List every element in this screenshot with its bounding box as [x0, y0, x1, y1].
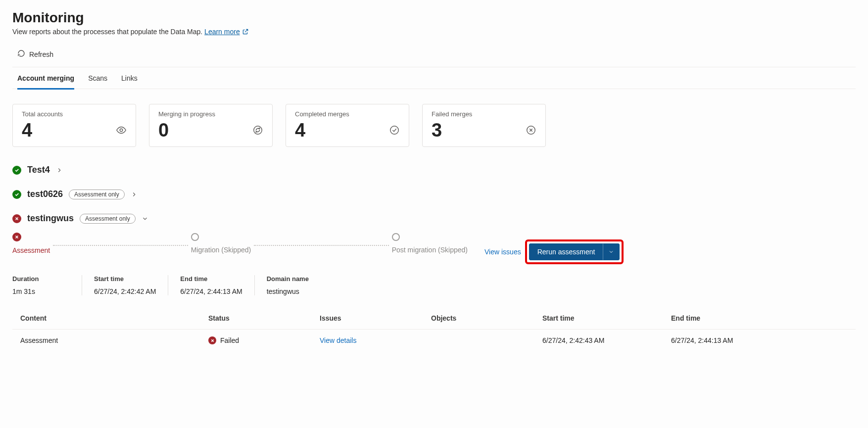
metric-card-total-accounts[interactable]: Total accounts 4 [12, 104, 136, 147]
metric-label: Completed merges [295, 110, 400, 118]
meta-duration: Duration 1m 31s [12, 275, 82, 295]
step-post-migration: Post migration (Skipped) [392, 233, 468, 254]
svg-point-0 [120, 129, 123, 132]
tab-links[interactable]: Links [121, 67, 138, 89]
svg-point-1 [254, 126, 262, 135]
meta-row: Duration 1m 31s Start time 6/27/24, 2:42… [12, 275, 856, 295]
meta-domain-name: Domain name testingwus [254, 275, 324, 295]
learn-more-link[interactable]: Learn more [204, 28, 249, 36]
metric-value: 0 [158, 121, 169, 140]
metric-label: Failed merges [432, 110, 536, 118]
col-end: End time [671, 314, 848, 322]
meta-label: End time [180, 275, 242, 283]
col-issues: Issues [320, 314, 431, 322]
col-start: Start time [542, 314, 671, 322]
tab-account-merging[interactable]: Account merging [17, 67, 74, 89]
svg-point-2 [390, 126, 399, 135]
cell-content: Assessment [20, 336, 208, 344]
x-circle-icon [526, 125, 536, 136]
account-row-test0626[interactable]: test0626 Assessment only [12, 182, 856, 206]
status-success-icon [12, 190, 21, 199]
sync-icon [252, 125, 263, 136]
cell-status: Failed [208, 336, 320, 344]
status-error-icon [208, 336, 216, 344]
metric-value: 4 [295, 121, 305, 140]
table-header: Content Status Issues Objects Start time… [12, 307, 856, 330]
step-pending-icon [191, 233, 199, 241]
chevron-right-icon [56, 167, 63, 174]
meta-value: testingwus [267, 287, 312, 295]
progress-track: Assessment Migration (Skipped) Post migr… [12, 233, 468, 254]
metric-value: 3 [432, 121, 442, 140]
step-pending-icon [392, 233, 400, 241]
tab-scans[interactable]: Scans [88, 67, 107, 89]
col-objects: Objects [431, 314, 542, 322]
step-label: Migration (Skipped) [191, 246, 251, 254]
page-title: Monitoring [12, 10, 856, 26]
step-connector [254, 245, 389, 246]
step-connector [53, 245, 188, 246]
refresh-button[interactable]: Refresh [12, 47, 58, 62]
rerun-assessment-split-button: Rerun assessment [529, 243, 620, 260]
metric-card-failed-merges[interactable]: Failed merges 3 [422, 104, 546, 147]
refresh-icon [17, 49, 25, 59]
tabs: Account merging Scans Links [12, 67, 856, 89]
chevron-down-icon [608, 249, 614, 255]
metric-label: Total accounts [22, 110, 127, 118]
meta-label: Duration [12, 275, 70, 283]
account-name: testingwus [27, 213, 74, 224]
chevron-down-icon [142, 215, 148, 222]
step-label: Assessment [12, 246, 50, 254]
check-circle-icon [389, 125, 400, 136]
account-expanded-detail: Assessment Migration (Skipped) Post migr… [12, 233, 856, 351]
metrics-row: Total accounts 4 Merging in progress 0 [12, 104, 856, 147]
meta-start-time: Start time 6/27/24, 2:42:42 AM [82, 275, 168, 295]
toolbar: Refresh [12, 47, 856, 67]
progress-row: Assessment Migration (Skipped) Post migr… [12, 233, 856, 264]
meta-value: 1m 31s [12, 287, 70, 295]
metric-value: 4 [22, 121, 32, 140]
metric-label: Merging in progress [158, 110, 263, 118]
status-error-icon [12, 214, 21, 223]
account-name: test0626 [27, 189, 63, 199]
table-row: Assessment Failed View details 6/27/24, … [12, 330, 856, 351]
step-migration: Migration (Skipped) [191, 233, 251, 254]
meta-value: 6/27/24, 2:42:42 AM [94, 287, 156, 295]
view-issues-link[interactable]: View issues [484, 248, 521, 256]
rerun-assessment-button[interactable]: Rerun assessment [529, 243, 603, 260]
assessment-only-badge: Assessment only [69, 190, 125, 199]
meta-end-time: End time 6/27/24, 2:44:13 AM [168, 275, 254, 295]
progress-actions: View issues Rerun assessment [484, 233, 624, 264]
chevron-right-icon [131, 191, 138, 198]
status-success-icon [12, 166, 21, 175]
col-content: Content [20, 314, 208, 322]
cell-end: 6/27/24, 2:44:13 AM [671, 336, 848, 344]
rerun-assessment-dropdown[interactable] [603, 243, 620, 260]
meta-label: Domain name [267, 275, 312, 283]
account-row-test4[interactable]: Test4 [12, 158, 856, 182]
account-row-testingwus[interactable]: testingwus Assessment only [12, 206, 856, 231]
external-link-icon [242, 28, 249, 35]
metric-card-merging-in-progress[interactable]: Merging in progress 0 [149, 104, 273, 147]
eye-icon [116, 125, 127, 136]
metric-card-completed-merges[interactable]: Completed merges 4 [286, 104, 409, 147]
account-list: Test4 test0626 Assessment only testingwu… [12, 158, 856, 351]
meta-label: Start time [94, 275, 156, 283]
cell-start: 6/27/24, 2:42:43 AM [542, 336, 671, 344]
assessment-only-badge: Assessment only [80, 214, 136, 224]
account-name: Test4 [27, 165, 50, 175]
meta-value: 6/27/24, 2:44:13 AM [180, 287, 242, 295]
view-details-link[interactable]: View details [320, 336, 356, 344]
step-assessment: Assessment [12, 233, 50, 254]
page-subtitle: View reports about the processes that po… [12, 28, 856, 36]
step-error-icon [12, 233, 21, 241]
rerun-highlight-box: Rerun assessment [525, 239, 624, 264]
col-status: Status [208, 314, 320, 322]
page-subtitle-text: View reports about the processes that po… [12, 28, 202, 36]
step-label: Post migration (Skipped) [392, 246, 468, 254]
cell-issues: View details [320, 336, 431, 344]
